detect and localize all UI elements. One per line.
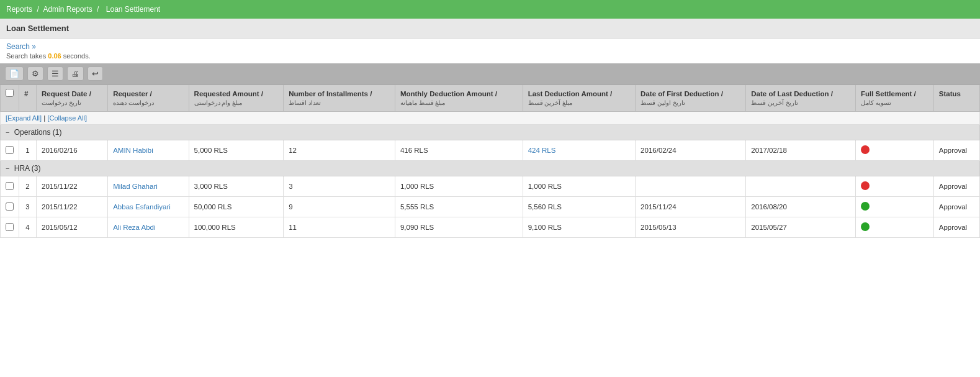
row-request-date: 2015/11/22 — [37, 176, 108, 197]
row-status: Approval — [933, 217, 979, 238]
row-checkbox[interactable] — [6, 202, 14, 211]
row-monthly-deduction: 416 RLS — [395, 140, 523, 161]
row-last-deduction-date: 2017/02/18 — [746, 140, 856, 161]
row-checkbox-cell — [1, 217, 19, 238]
search-toggle[interactable]: Search » — [6, 42, 36, 51]
expand-all-link[interactable]: [Expand All] — [6, 114, 42, 122]
header-installments: Number of Installments / تعداد اقساط — [284, 85, 395, 112]
row-requested-amount: 50,000 RLS — [189, 197, 284, 217]
row-status: Approval — [933, 140, 979, 161]
row-requested-amount: 5,000 RLS — [189, 140, 284, 161]
row-checkbox-cell — [1, 140, 19, 161]
last-deduction-link[interactable]: 424 RLS — [528, 147, 556, 154]
settlement-dot — [861, 222, 870, 231]
row-last-deduction: 424 RLS — [523, 140, 635, 161]
toolbar: 📄 ⚙ ☰ 🖨 ↩ — [0, 63, 980, 84]
row-full-settlement — [855, 217, 933, 238]
header-full-settlement: Full Settlement / تسویه کامل — [855, 85, 933, 112]
row-last-deduction: 9,100 RLS — [523, 217, 635, 238]
row-num: 2 — [19, 176, 37, 197]
settlement-dot — [861, 145, 870, 154]
row-checkbox-cell — [1, 176, 19, 197]
row-request-date: 2015/05/12 — [37, 217, 108, 238]
row-status: Approval — [933, 197, 979, 217]
row-requested-amount: 3,000 RLS — [189, 176, 284, 197]
row-last-deduction-date — [746, 176, 856, 197]
select-all-checkbox[interactable] — [6, 89, 14, 97]
row-request-date: 2015/11/22 — [37, 197, 108, 217]
expand-collapse-row: [Expand All] | [Collapse All] — [1, 112, 980, 125]
row-status: Approval — [933, 176, 979, 197]
group-header-hra: − HRA (3) — [1, 161, 980, 176]
header-request-date: Request Date / تاریخ درخواست — [37, 85, 108, 112]
settlement-dot — [861, 181, 870, 190]
row-requester: Milad Ghahari — [108, 176, 189, 197]
row-full-settlement — [855, 176, 933, 197]
header-last-deduction: Last Deduction Amount / مبلغ آخرین قسط — [523, 85, 635, 112]
row-monthly-deduction: 5,555 RLS — [395, 197, 523, 217]
header-first-deduction-date: Date of First Deduction / تاریخ اولین قس… — [636, 85, 746, 112]
row-num: 3 — [19, 197, 37, 217]
row-installments: 3 — [284, 176, 395, 197]
group-header-operations: − Operations (1) — [1, 125, 980, 140]
header-requested-amount: Requested Amount / مبلغ وام درخواستی — [189, 85, 284, 112]
row-checkbox-cell — [1, 197, 19, 217]
row-first-deduction-date: 2015/05/13 — [636, 217, 746, 238]
table-container: # Request Date / تاریخ درخواست Requester… — [0, 84, 980, 238]
row-installments: 12 — [284, 140, 395, 161]
row-installments: 11 — [284, 217, 395, 238]
requester-link[interactable]: Abbas Esfandiyari — [113, 203, 171, 211]
row-last-deduction: 1,000 RLS — [523, 176, 635, 197]
group-toggle-hra[interactable]: − — [6, 165, 9, 172]
row-num: 4 — [19, 217, 37, 238]
row-last-deduction-date: 2015/05/27 — [746, 217, 856, 238]
print-button[interactable]: 🖨 — [67, 66, 84, 81]
requester-link[interactable]: Milad Ghahari — [113, 183, 158, 190]
collapse-all-link[interactable]: [Collapse All] — [47, 114, 87, 122]
row-num: 1 — [19, 140, 37, 161]
header-status: Status — [933, 85, 979, 112]
row-full-settlement — [855, 140, 933, 161]
breadcrumb: Reports / Admin Reports / Loan Settlemen… — [0, 0, 980, 19]
table-header-row: # Request Date / تاریخ درخواست Requester… — [1, 85, 980, 112]
row-first-deduction-date — [636, 176, 746, 197]
breadcrumb-current: Loan Settlement — [106, 5, 160, 14]
row-checkbox[interactable] — [6, 223, 14, 231]
settings-button[interactable]: ⚙ — [27, 66, 43, 81]
row-monthly-deduction: 1,000 RLS — [395, 176, 523, 197]
breadcrumb-admin-reports[interactable]: Admin Reports — [43, 5, 92, 14]
group-toggle-operations[interactable]: − — [6, 129, 9, 136]
table-row: 4 2015/05/12 Ali Reza Abdi 100,000 RLS 1… — [1, 217, 980, 238]
page-title: Loan Settlement — [0, 19, 980, 39]
row-full-settlement — [855, 197, 933, 217]
requester-link[interactable]: Ali Reza Abdi — [113, 224, 155, 231]
row-checkbox[interactable] — [6, 146, 14, 154]
header-requester: Requester / درخواست دهنده — [108, 85, 189, 112]
table-row: 3 2015/11/22 Abbas Esfandiyari 50,000 RL… — [1, 197, 980, 217]
undo-button[interactable]: ↩ — [88, 66, 103, 81]
copy-button[interactable]: 📄 — [5, 66, 24, 81]
search-section: Search » Search takes 0.06 seconds. — [0, 39, 980, 63]
row-last-deduction-date: 2016/08/20 — [746, 197, 856, 217]
table-row: 1 2016/02/16 AMIN Habibi 5,000 RLS 12 41… — [1, 140, 980, 161]
row-installments: 9 — [284, 197, 395, 217]
header-num: # — [19, 85, 37, 112]
row-last-deduction: 5,560 RLS — [523, 197, 635, 217]
row-requester: Ali Reza Abdi — [108, 217, 189, 238]
requester-link[interactable]: AMIN Habibi — [113, 147, 153, 154]
row-requested-amount: 100,000 RLS — [189, 217, 284, 238]
row-request-date: 2016/02/16 — [37, 140, 108, 161]
header-checkbox — [1, 85, 19, 112]
header-last-deduction-date: Date of Last Deduction / تاریخ آخرین قسط — [746, 85, 856, 112]
settlement-dot — [861, 202, 870, 211]
row-monthly-deduction: 9,090 RLS — [395, 217, 523, 238]
header-monthly-deduction: Monthly Deduction Amount / مبلغ قسط ماهی… — [395, 85, 523, 112]
breadcrumb-reports[interactable]: Reports — [6, 5, 32, 14]
row-first-deduction-date: 2016/02/24 — [636, 140, 746, 161]
main-table: # Request Date / تاریخ درخواست Requester… — [0, 84, 980, 238]
list-button[interactable]: ☰ — [47, 66, 63, 81]
row-checkbox[interactable] — [6, 182, 14, 190]
table-row: 2 2015/11/22 Milad Ghahari 3,000 RLS 3 1… — [1, 176, 980, 197]
search-time: Search takes 0.06 seconds. — [6, 52, 974, 60]
row-requester: AMIN Habibi — [108, 140, 189, 161]
